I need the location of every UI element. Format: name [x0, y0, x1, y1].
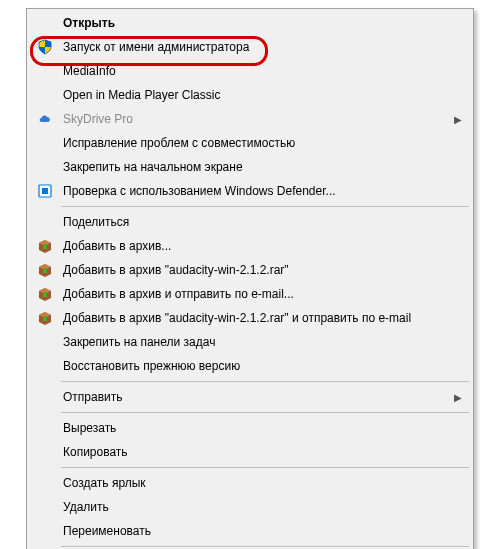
menu-label: Добавить в архив "audacity-win-2.1.2.rar…	[57, 311, 465, 325]
menu-label: Поделиться	[57, 215, 465, 229]
menu-item-add-archive-named-email[interactable]: Добавить в архив "audacity-win-2.1.2.rar…	[29, 306, 471, 330]
chevron-right-icon: ▶	[451, 114, 465, 125]
menu-label: Создать ярлык	[57, 476, 465, 490]
menu-label: Исправление проблем с совместимостью	[57, 136, 465, 150]
blank-icon	[33, 442, 57, 462]
menu-item-add-archive-named[interactable]: Добавить в архив "audacity-win-2.1.2.rar…	[29, 258, 471, 282]
menu-label: MediaInfo	[57, 64, 465, 78]
menu-label: Вырезать	[57, 421, 465, 435]
blank-icon	[33, 473, 57, 493]
menu-item-share[interactable]: Поделиться	[29, 210, 471, 234]
menu-item-run-as-admin[interactable]: Запуск от имени администратора	[29, 35, 471, 59]
separator	[61, 412, 469, 413]
menu-item-compat-troubleshoot[interactable]: Исправление проблем с совместимостью	[29, 131, 471, 155]
svg-rect-1	[42, 188, 48, 194]
menu-label: Открыть	[57, 16, 465, 30]
menu-item-rename[interactable]: Переименовать	[29, 519, 471, 543]
menu-item-open[interactable]: Открыть	[29, 11, 471, 35]
menu-item-pin-start[interactable]: Закрепить на начальном экране	[29, 155, 471, 179]
menu-item-restore-prev[interactable]: Восстановить прежнюю версию	[29, 354, 471, 378]
menu-label: Копировать	[57, 445, 465, 459]
winrar-icon	[33, 308, 57, 328]
menu-label: Переименовать	[57, 524, 465, 538]
blank-icon	[33, 212, 57, 232]
winrar-icon	[33, 284, 57, 304]
chevron-right-icon: ▶	[451, 392, 465, 403]
menu-label: Добавить в архив...	[57, 239, 465, 253]
menu-item-cut[interactable]: Вырезать	[29, 416, 471, 440]
uac-shield-icon	[33, 37, 57, 57]
menu-item-defender-scan[interactable]: Проверка с использованием Windows Defend…	[29, 179, 471, 203]
blank-icon	[33, 157, 57, 177]
blank-icon	[33, 418, 57, 438]
cloud-icon	[33, 109, 57, 129]
menu-label: Добавить в архив "audacity-win-2.1.2.rar…	[57, 263, 465, 277]
svg-rect-4	[43, 292, 47, 297]
blank-icon	[33, 521, 57, 541]
menu-item-skydrive[interactable]: SkyDrive Pro ▶	[29, 107, 471, 131]
svg-rect-5	[43, 316, 47, 321]
separator	[61, 381, 469, 382]
menu-item-copy[interactable]: Копировать	[29, 440, 471, 464]
menu-label: SkyDrive Pro	[57, 112, 451, 126]
menu-label: Отправить	[57, 390, 451, 404]
svg-rect-3	[43, 268, 47, 273]
defender-icon	[33, 181, 57, 201]
menu-label: Удалить	[57, 500, 465, 514]
menu-item-mediainfo[interactable]: MediaInfo	[29, 59, 471, 83]
menu-label: Восстановить прежнюю версию	[57, 359, 465, 373]
separator	[61, 206, 469, 207]
blank-icon	[33, 387, 57, 407]
svg-rect-2	[43, 244, 47, 249]
blank-icon	[33, 133, 57, 153]
menu-item-delete[interactable]: Удалить	[29, 495, 471, 519]
menu-label: Закрепить на панели задач	[57, 335, 465, 349]
blank-icon	[33, 13, 57, 33]
context-menu: Открыть Запуск от имени администратора M…	[26, 8, 474, 549]
menu-item-create-shortcut[interactable]: Создать ярлык	[29, 471, 471, 495]
separator	[61, 546, 469, 547]
blank-icon	[33, 61, 57, 81]
blank-icon	[33, 332, 57, 352]
menu-label: Open in Media Player Classic	[57, 88, 465, 102]
menu-label: Добавить в архив и отправить по e-mail..…	[57, 287, 465, 301]
separator	[61, 467, 469, 468]
menu-label: Проверка с использованием Windows Defend…	[57, 184, 465, 198]
menu-item-add-archive-email[interactable]: Добавить в архив и отправить по e-mail..…	[29, 282, 471, 306]
menu-item-add-archive[interactable]: Добавить в архив...	[29, 234, 471, 258]
winrar-icon	[33, 260, 57, 280]
winrar-icon	[33, 236, 57, 256]
menu-label: Закрепить на начальном экране	[57, 160, 465, 174]
blank-icon	[33, 497, 57, 517]
blank-icon	[33, 356, 57, 376]
menu-item-send-to[interactable]: Отправить ▶	[29, 385, 471, 409]
menu-label: Запуск от имени администратора	[57, 40, 465, 54]
blank-icon	[33, 85, 57, 105]
menu-item-open-mpc[interactable]: Open in Media Player Classic	[29, 83, 471, 107]
menu-item-pin-taskbar[interactable]: Закрепить на панели задач	[29, 330, 471, 354]
